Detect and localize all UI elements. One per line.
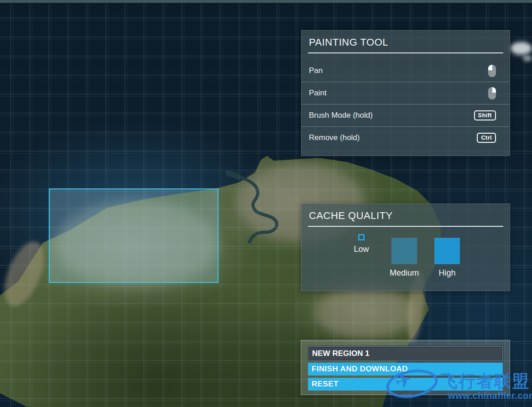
remove-label: Remove (hold): [309, 133, 360, 142]
top-edge-bar: [0, 0, 532, 3]
medium-quality-swatch: [391, 238, 417, 264]
painting-tool-title: PAINTING TOOL: [302, 31, 510, 48]
title-underline: [308, 226, 503, 227]
legend-row-brush-mode: Brush Mode (hold) Shift: [302, 104, 510, 126]
legend-row-paint: Paint: [302, 82, 510, 104]
painted-region-selection[interactable]: [49, 188, 219, 283]
cache-quality-title: CACHE QUALITY: [302, 204, 510, 222]
region-download-panel: FINISH AND DOWNLOAD RESET: [301, 340, 510, 395]
medium-quality-label: Medium: [390, 268, 419, 278]
mouse-left-button-icon: [488, 65, 496, 77]
brush-mode-label: Brush Mode (hold): [309, 111, 373, 120]
quality-option-low[interactable]: Low: [340, 234, 383, 254]
title-underline: [308, 52, 503, 53]
mouse-right-button-icon: [488, 87, 496, 99]
low-quality-label: Low: [354, 245, 369, 254]
finish-and-download-button[interactable]: FINISH AND DOWNLOAD: [308, 363, 503, 376]
region-name-input[interactable]: [308, 346, 503, 360]
high-quality-label: High: [438, 268, 455, 278]
legend-row-remove: Remove (hold) Ctrl: [302, 126, 510, 149]
cache-quality-panel: CACHE QUALITY Low Medium High: [301, 204, 510, 291]
quality-option-high[interactable]: High: [426, 234, 469, 278]
quality-option-medium[interactable]: Medium: [383, 234, 426, 278]
paint-label: Paint: [309, 89, 327, 98]
legend-row-pan: Pan: [302, 60, 510, 82]
painting-tool-panel: PAINTING TOOL Pan Paint Brush Mode (hold…: [301, 30, 510, 156]
shift-key-badge: Shift: [474, 110, 496, 120]
selected-quality-border: [358, 234, 365, 240]
ctrl-key-badge: Ctrl: [477, 133, 496, 143]
map-canvas[interactable]: PAINTING TOOL Pan Paint Brush Mode (hold…: [0, 0, 532, 407]
reset-button[interactable]: RESET: [308, 378, 503, 391]
coastal-city-area: [315, 287, 415, 338]
high-quality-swatch: [434, 238, 460, 264]
cloud: [523, 56, 532, 61]
pan-label: Pan: [309, 66, 323, 75]
cloud: [510, 42, 532, 55]
